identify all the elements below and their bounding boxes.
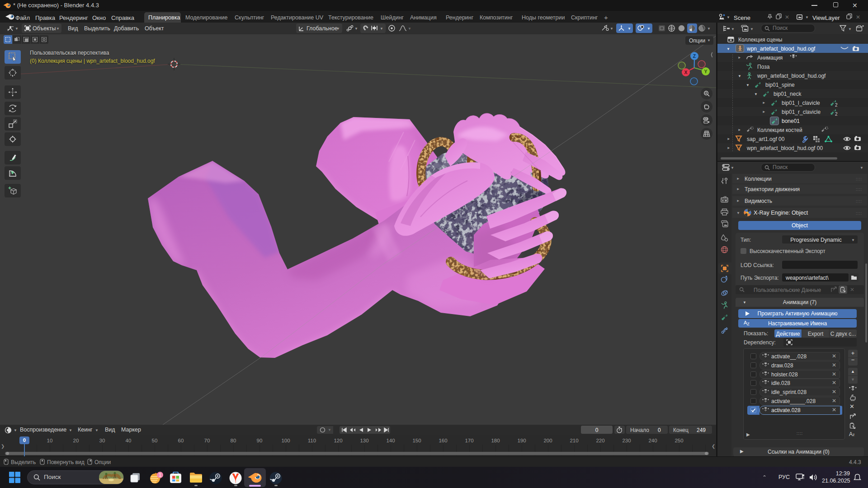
svg-text:Z: Z (693, 53, 696, 59)
svg-text:Y: Y (704, 69, 707, 74)
svg-text:1: 1 (159, 473, 161, 478)
svg-text:X: X (684, 70, 687, 75)
